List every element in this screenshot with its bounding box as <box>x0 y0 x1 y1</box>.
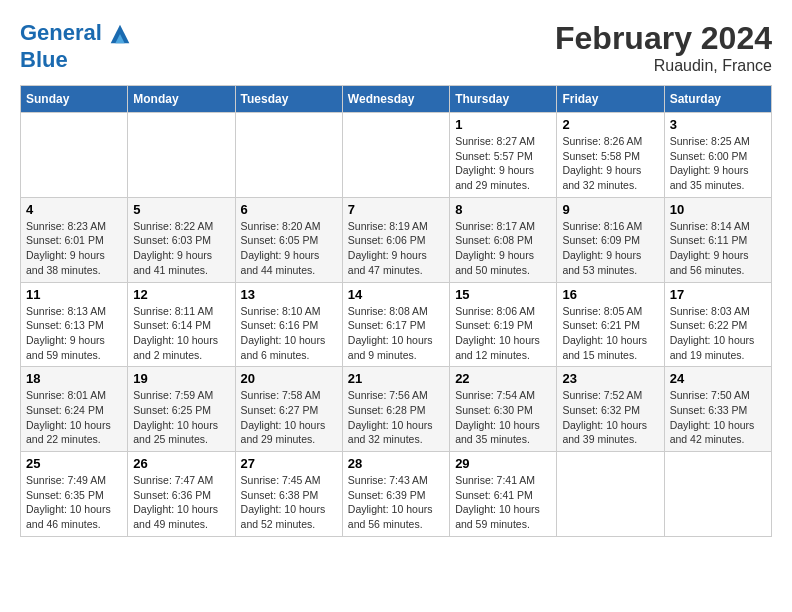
week-row-3: 18Sunrise: 8:01 AM Sunset: 6:24 PM Dayli… <box>21 367 772 452</box>
day-number: 25 <box>26 456 122 471</box>
day-number: 19 <box>133 371 229 386</box>
day-info: Sunrise: 7:52 AM Sunset: 6:32 PM Dayligh… <box>562 388 658 447</box>
day-number: 9 <box>562 202 658 217</box>
day-info: Sunrise: 8:13 AM Sunset: 6:13 PM Dayligh… <box>26 304 122 363</box>
calendar-cell: 6Sunrise: 8:20 AM Sunset: 6:05 PM Daylig… <box>235 197 342 282</box>
day-info: Sunrise: 7:47 AM Sunset: 6:36 PM Dayligh… <box>133 473 229 532</box>
day-info: Sunrise: 8:16 AM Sunset: 6:09 PM Dayligh… <box>562 219 658 278</box>
calendar-title: February 2024 <box>555 20 772 57</box>
logo-blue: Blue <box>20 48 134 72</box>
logo-general: General <box>20 20 102 45</box>
calendar-cell <box>342 113 449 198</box>
logo-text: General Blue <box>20 20 134 72</box>
calendar-cell: 5Sunrise: 8:22 AM Sunset: 6:03 PM Daylig… <box>128 197 235 282</box>
day-info: Sunrise: 8:14 AM Sunset: 6:11 PM Dayligh… <box>670 219 766 278</box>
day-info: Sunrise: 8:17 AM Sunset: 6:08 PM Dayligh… <box>455 219 551 278</box>
calendar-cell: 7Sunrise: 8:19 AM Sunset: 6:06 PM Daylig… <box>342 197 449 282</box>
day-info: Sunrise: 8:01 AM Sunset: 6:24 PM Dayligh… <box>26 388 122 447</box>
day-number: 4 <box>26 202 122 217</box>
day-number: 6 <box>241 202 337 217</box>
day-header-wednesday: Wednesday <box>342 86 449 113</box>
day-number: 14 <box>348 287 444 302</box>
day-info: Sunrise: 8:23 AM Sunset: 6:01 PM Dayligh… <box>26 219 122 278</box>
calendar-cell: 11Sunrise: 8:13 AM Sunset: 6:13 PM Dayli… <box>21 282 128 367</box>
calendar-cell: 20Sunrise: 7:58 AM Sunset: 6:27 PM Dayli… <box>235 367 342 452</box>
day-info: Sunrise: 8:11 AM Sunset: 6:14 PM Dayligh… <box>133 304 229 363</box>
calendar-cell: 21Sunrise: 7:56 AM Sunset: 6:28 PM Dayli… <box>342 367 449 452</box>
week-row-2: 11Sunrise: 8:13 AM Sunset: 6:13 PM Dayli… <box>21 282 772 367</box>
logo: General Blue <box>20 20 134 72</box>
day-info: Sunrise: 7:54 AM Sunset: 6:30 PM Dayligh… <box>455 388 551 447</box>
week-row-0: 1Sunrise: 8:27 AM Sunset: 5:57 PM Daylig… <box>21 113 772 198</box>
page-header: General Blue February 2024 Ruaudin, Fran… <box>20 20 772 75</box>
day-number: 24 <box>670 371 766 386</box>
calendar-cell: 3Sunrise: 8:25 AM Sunset: 6:00 PM Daylig… <box>664 113 771 198</box>
day-info: Sunrise: 7:59 AM Sunset: 6:25 PM Dayligh… <box>133 388 229 447</box>
calendar-cell: 28Sunrise: 7:43 AM Sunset: 6:39 PM Dayli… <box>342 452 449 537</box>
calendar-cell: 10Sunrise: 8:14 AM Sunset: 6:11 PM Dayli… <box>664 197 771 282</box>
day-info: Sunrise: 8:03 AM Sunset: 6:22 PM Dayligh… <box>670 304 766 363</box>
calendar-cell: 29Sunrise: 7:41 AM Sunset: 6:41 PM Dayli… <box>450 452 557 537</box>
calendar-cell: 2Sunrise: 8:26 AM Sunset: 5:58 PM Daylig… <box>557 113 664 198</box>
calendar-cell: 23Sunrise: 7:52 AM Sunset: 6:32 PM Dayli… <box>557 367 664 452</box>
day-number: 7 <box>348 202 444 217</box>
calendar-cell: 27Sunrise: 7:45 AM Sunset: 6:38 PM Dayli… <box>235 452 342 537</box>
title-block: February 2024 Ruaudin, France <box>555 20 772 75</box>
day-number: 13 <box>241 287 337 302</box>
calendar-cell: 14Sunrise: 8:08 AM Sunset: 6:17 PM Dayli… <box>342 282 449 367</box>
day-number: 16 <box>562 287 658 302</box>
calendar-table: SundayMondayTuesdayWednesdayThursdayFrid… <box>20 85 772 537</box>
calendar-cell: 26Sunrise: 7:47 AM Sunset: 6:36 PM Dayli… <box>128 452 235 537</box>
day-number: 2 <box>562 117 658 132</box>
calendar-cell: 12Sunrise: 8:11 AM Sunset: 6:14 PM Dayli… <box>128 282 235 367</box>
day-info: Sunrise: 8:05 AM Sunset: 6:21 PM Dayligh… <box>562 304 658 363</box>
day-number: 12 <box>133 287 229 302</box>
day-number: 26 <box>133 456 229 471</box>
day-info: Sunrise: 8:26 AM Sunset: 5:58 PM Dayligh… <box>562 134 658 193</box>
calendar-cell: 22Sunrise: 7:54 AM Sunset: 6:30 PM Dayli… <box>450 367 557 452</box>
day-number: 1 <box>455 117 551 132</box>
calendar-cell: 9Sunrise: 8:16 AM Sunset: 6:09 PM Daylig… <box>557 197 664 282</box>
day-number: 20 <box>241 371 337 386</box>
day-number: 28 <box>348 456 444 471</box>
day-number: 10 <box>670 202 766 217</box>
calendar-cell: 24Sunrise: 7:50 AM Sunset: 6:33 PM Dayli… <box>664 367 771 452</box>
day-number: 15 <box>455 287 551 302</box>
header-row: SundayMondayTuesdayWednesdayThursdayFrid… <box>21 86 772 113</box>
day-header-friday: Friday <box>557 86 664 113</box>
day-info: Sunrise: 8:10 AM Sunset: 6:16 PM Dayligh… <box>241 304 337 363</box>
day-number: 17 <box>670 287 766 302</box>
calendar-cell: 19Sunrise: 7:59 AM Sunset: 6:25 PM Dayli… <box>128 367 235 452</box>
day-number: 18 <box>26 371 122 386</box>
day-header-saturday: Saturday <box>664 86 771 113</box>
calendar-cell: 18Sunrise: 8:01 AM Sunset: 6:24 PM Dayli… <box>21 367 128 452</box>
day-header-monday: Monday <box>128 86 235 113</box>
week-row-1: 4Sunrise: 8:23 AM Sunset: 6:01 PM Daylig… <box>21 197 772 282</box>
calendar-subtitle: Ruaudin, France <box>555 57 772 75</box>
calendar-cell: 8Sunrise: 8:17 AM Sunset: 6:08 PM Daylig… <box>450 197 557 282</box>
calendar-cell: 1Sunrise: 8:27 AM Sunset: 5:57 PM Daylig… <box>450 113 557 198</box>
day-info: Sunrise: 7:43 AM Sunset: 6:39 PM Dayligh… <box>348 473 444 532</box>
day-header-tuesday: Tuesday <box>235 86 342 113</box>
calendar-cell: 13Sunrise: 8:10 AM Sunset: 6:16 PM Dayli… <box>235 282 342 367</box>
day-number: 3 <box>670 117 766 132</box>
day-number: 8 <box>455 202 551 217</box>
day-header-thursday: Thursday <box>450 86 557 113</box>
day-number: 22 <box>455 371 551 386</box>
day-number: 11 <box>26 287 122 302</box>
day-info: Sunrise: 7:49 AM Sunset: 6:35 PM Dayligh… <box>26 473 122 532</box>
calendar-cell: 4Sunrise: 8:23 AM Sunset: 6:01 PM Daylig… <box>21 197 128 282</box>
week-row-4: 25Sunrise: 7:49 AM Sunset: 6:35 PM Dayli… <box>21 452 772 537</box>
day-info: Sunrise: 7:50 AM Sunset: 6:33 PM Dayligh… <box>670 388 766 447</box>
calendar-cell <box>235 113 342 198</box>
day-number: 29 <box>455 456 551 471</box>
calendar-cell: 16Sunrise: 8:05 AM Sunset: 6:21 PM Dayli… <box>557 282 664 367</box>
day-info: Sunrise: 8:06 AM Sunset: 6:19 PM Dayligh… <box>455 304 551 363</box>
calendar-cell <box>557 452 664 537</box>
day-info: Sunrise: 8:19 AM Sunset: 6:06 PM Dayligh… <box>348 219 444 278</box>
day-number: 5 <box>133 202 229 217</box>
calendar-cell: 25Sunrise: 7:49 AM Sunset: 6:35 PM Dayli… <box>21 452 128 537</box>
calendar-cell <box>664 452 771 537</box>
calendar-cell <box>21 113 128 198</box>
day-info: Sunrise: 7:58 AM Sunset: 6:27 PM Dayligh… <box>241 388 337 447</box>
